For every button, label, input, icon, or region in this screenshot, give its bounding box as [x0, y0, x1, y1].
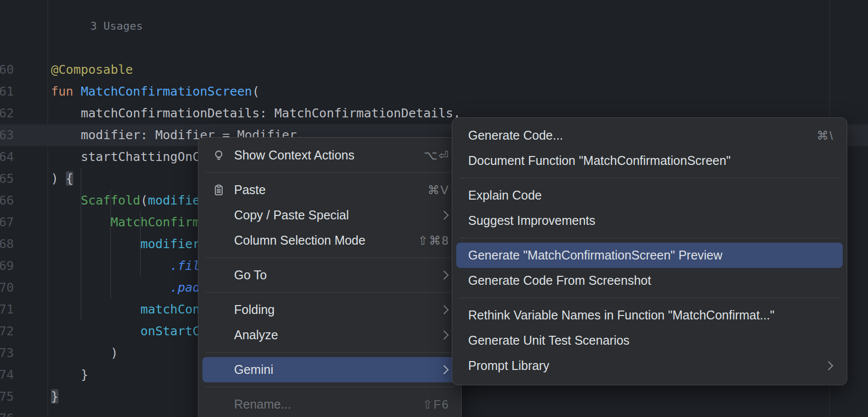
- menu-item-prompt-library[interactable]: Prompt Library: [452, 353, 847, 378]
- menu-item-folding[interactable]: Folding: [198, 297, 461, 322]
- chevron-right-icon: [439, 365, 448, 374]
- line-number[interactable]: 72: [0, 320, 14, 342]
- code-token: @Composable: [51, 62, 133, 77]
- code-token: .fil: [170, 259, 200, 273]
- line-number[interactable]: 63: [0, 124, 14, 146]
- menu-item-label: Generate Code From Screenshot: [468, 273, 651, 288]
- code-token: MatchConfirmationScreen: [81, 84, 252, 99]
- code-token: [51, 324, 141, 338]
- menu-item-document-function-matchconfirmationscree[interactable]: Document Function "MatchConfirmationScre…: [452, 148, 847, 173]
- code-token: [51, 259, 170, 273]
- code-line-60[interactable]: 60@Composable: [0, 59, 868, 81]
- code-line-61[interactable]: 61fun MatchConfirmationScreen(: [0, 81, 868, 103]
- code-token: matchConfirmationDetails: MatchConfirmat…: [51, 106, 461, 120]
- menu-item-generate-code[interactable]: Generate Code...⌘\: [452, 123, 847, 148]
- code-token: matchCon: [141, 302, 200, 316]
- line-number[interactable]: 74: [0, 364, 14, 386]
- menu-item-label: Column Selection Mode: [234, 233, 365, 248]
- line-number[interactable]: 61: [0, 81, 14, 103]
- menu-item-label: Generate Code...: [468, 128, 563, 143]
- menu-item-label: Generate Unit Test Scenarios: [468, 333, 629, 348]
- menu-separator: [205, 387, 454, 387]
- menu-separator: [459, 238, 840, 238]
- shortcut-label: ⌥⏎: [424, 149, 449, 162]
- line-number[interactable]: 64: [0, 146, 14, 168]
- line-number[interactable]: 65: [0, 168, 14, 190]
- menu-separator: [205, 352, 454, 353]
- menu-item-generate-matchconfirmationscreen-preview[interactable]: Generate "MatchConfirmationScreen" Previ…: [456, 243, 843, 268]
- line-number[interactable]: 60: [0, 59, 14, 81]
- code-token: [51, 302, 141, 316]
- line-number[interactable]: 69: [0, 255, 14, 277]
- menu-item-label: Folding: [234, 303, 275, 317]
- line-number[interactable]: 71: [0, 299, 14, 320]
- code-token: [51, 193, 81, 208]
- menu-item-label: Copy / Paste Special: [234, 208, 349, 222]
- shortcut-label: ⌘V: [428, 183, 449, 197]
- menu-item-label: Analyze: [234, 328, 278, 342]
- code-token: }: [51, 367, 88, 382]
- menu-item-label: Rename...: [234, 397, 291, 412]
- menu-separator: [459, 178, 840, 178]
- line-number[interactable]: 73: [0, 342, 14, 364]
- chevron-right-icon: [439, 305, 448, 314]
- line-number[interactable]: 67: [0, 211, 14, 233]
- line-number[interactable]: 68: [0, 233, 14, 255]
- code-token: {: [66, 171, 73, 186]
- menu-item-column-selection-mode[interactable]: Column Selection Mode⇧⌘8: [198, 228, 461, 253]
- shortcut-label: ⌘\: [817, 129, 834, 143]
- code-token: [51, 215, 110, 229]
- line-number[interactable]: 75: [0, 386, 14, 408]
- menu-item-analyze[interactable]: Analyze: [198, 322, 461, 348]
- menu-item-gemini[interactable]: Gemini: [202, 357, 457, 382]
- menu-separator: [205, 172, 454, 173]
- menu-item-explain-code[interactable]: Explain Code: [452, 183, 847, 208]
- menu-item-rename[interactable]: Rename...⇧F6: [198, 392, 461, 417]
- menu-item-suggest-improvements[interactable]: Suggest Improvements: [452, 208, 847, 233]
- code-token: fun: [51, 84, 81, 99]
- menu-separator: [459, 298, 840, 298]
- lightbulb-icon: [212, 149, 225, 162]
- menu-item-go-to[interactable]: Go To: [198, 262, 461, 288]
- line-number[interactable]: 76: [0, 408, 14, 417]
- menu-item-rethink-variable-names-in-function-match[interactable]: Rethink Variable Names in Function "Matc…: [452, 303, 847, 328]
- menu-item-label: Document Function "MatchConfirmationScre…: [468, 154, 730, 168]
- chevron-right-icon: [439, 210, 448, 219]
- code-token: MatchConfirm: [110, 215, 200, 229]
- menu-separator: [205, 258, 454, 258]
- chevron-right-icon: [439, 270, 448, 279]
- menu-item-label: Gemini: [234, 363, 273, 377]
- line-number[interactable]: 66: [0, 190, 14, 211]
- code-token: [51, 237, 141, 251]
- menu-item-paste[interactable]: Paste⌘V: [198, 177, 461, 203]
- menu-item-generate-unit-test-scenarios[interactable]: Generate Unit Test Scenarios: [452, 328, 847, 353]
- code-token: Scaffold: [81, 193, 140, 208]
- menu-item-label: Paste: [234, 183, 266, 197]
- line-number[interactable]: 70: [0, 277, 14, 299]
- menu-item-label: Suggest Improvements: [468, 213, 595, 228]
- menu-item-copy-paste-special[interactable]: Copy / Paste Special: [198, 203, 461, 228]
- menu-item-label: Generate "MatchConfirmationScreen" Previ…: [468, 248, 723, 262]
- code-token: ): [51, 171, 66, 186]
- menu-item-label: Prompt Library: [468, 359, 549, 373]
- chevron-right-icon: [824, 361, 833, 370]
- code-token: }: [51, 389, 58, 404]
- menu-separator: [205, 292, 454, 293]
- clipboard-icon: [212, 184, 225, 197]
- editor-context-menu: Show Context Actions⌥⏎Paste⌘VCopy / Past…: [198, 137, 462, 417]
- menu-item-label: Go To: [234, 268, 267, 282]
- usages-inlay-hint[interactable]: 3 Usages: [0, 0, 868, 59]
- menu-item-generate-code-from-screenshot[interactable]: Generate Code From Screenshot: [452, 268, 847, 293]
- menu-item-label: Explain Code: [468, 188, 542, 203]
- menu-item-label: Show Context Actions: [234, 148, 354, 162]
- code-token: ): [51, 346, 118, 360]
- code-token: (: [252, 84, 259, 99]
- menu-item-show-context-actions[interactable]: Show Context Actions⌥⏎: [198, 143, 461, 168]
- usages-inlay-label[interactable]: 3 Usages: [90, 20, 143, 32]
- chevron-right-icon: [439, 330, 448, 339]
- line-number[interactable]: 62: [0, 103, 14, 124]
- code-token: .pad: [170, 280, 200, 295]
- code-token: [51, 280, 170, 295]
- menu-item-label: Rethink Variable Names in Function "Matc…: [468, 308, 774, 322]
- code-token: modifier: [141, 237, 200, 251]
